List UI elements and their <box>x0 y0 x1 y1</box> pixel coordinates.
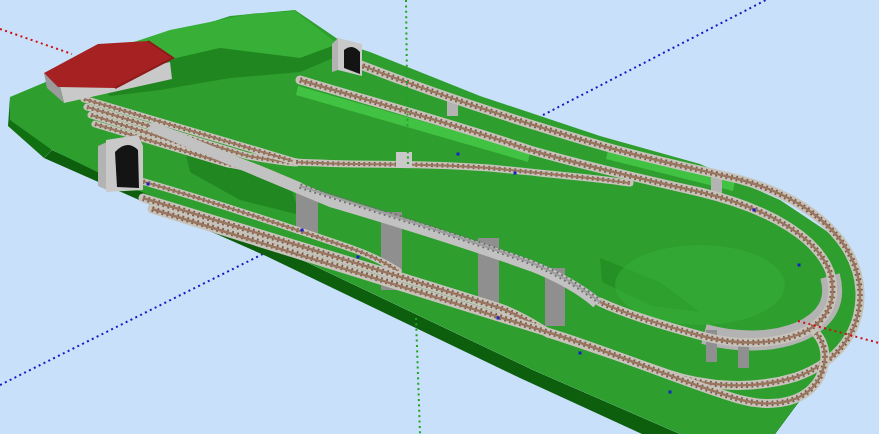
tunnel-portal-left[interactable] <box>98 135 143 192</box>
scene-canvas[interactable] <box>0 0 879 434</box>
tunnel-portal-upper[interactable] <box>332 38 362 76</box>
insertion-point-marker-7 <box>669 391 672 394</box>
insertion-point-marker-1 <box>457 153 460 156</box>
left-portal-opening <box>115 145 139 188</box>
insertion-point-marker-4 <box>798 264 801 267</box>
model-viewport[interactable] <box>0 0 879 434</box>
insertion-point-marker-10 <box>147 183 150 186</box>
insertion-point-marker-9 <box>357 256 360 259</box>
insertion-point-marker-2 <box>514 172 517 175</box>
insertion-point-marker-5 <box>579 352 582 355</box>
left-portal-wing <box>98 142 107 190</box>
insertion-point-marker-3 <box>753 209 756 212</box>
insertion-point-marker-6 <box>497 317 500 320</box>
insertion-point-marker-8 <box>301 229 304 232</box>
center-abutment[interactable] <box>396 152 412 168</box>
